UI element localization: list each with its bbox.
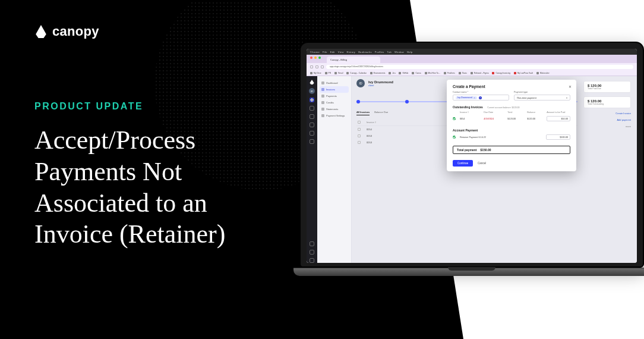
client-avatar-large: ID bbox=[356, 79, 365, 87]
bookmark-item[interactable]: GitHub bbox=[399, 72, 408, 74]
rail-icon[interactable] bbox=[310, 114, 314, 119]
more-link[interactable]: more bbox=[583, 125, 631, 128]
headline: Accept/Process Payments Not Associated t… bbox=[34, 125, 284, 250]
amount-to-pay-input[interactable]: $50.00 bbox=[547, 116, 570, 121]
client-type-link[interactable]: client bbox=[368, 84, 393, 87]
retainer-label: Retainer Payment 6.14.22 bbox=[460, 136, 504, 139]
logo-mark-icon bbox=[34, 25, 48, 38]
contact-chip[interactable]: Ivy Drummond✕ bbox=[456, 96, 477, 99]
tab-all-invoices[interactable]: All Invoices bbox=[356, 111, 370, 115]
forward-icon[interactable] bbox=[315, 65, 318, 68]
account-checked-icon[interactable] bbox=[453, 136, 456, 139]
close-icon[interactable]: ✕ bbox=[569, 84, 572, 89]
kicker-label: PRODUCT UPDATE bbox=[34, 101, 143, 112]
bookmark-item[interactable]: Oasis bbox=[459, 72, 467, 74]
main-area: ID Ivy Drummond client $ 120.00 Total Pa… bbox=[352, 76, 637, 263]
subnav-statements[interactable]: Statements bbox=[320, 106, 349, 112]
rail-icon[interactable] bbox=[310, 241, 314, 246]
bookmark-item[interactable]: My Drive bbox=[310, 72, 321, 74]
browser-tab[interactable]: Canopy - Billing bbox=[327, 56, 380, 63]
summary-card-paid: $ 120.00 Total Paid Due bbox=[583, 81, 631, 93]
payment-type-select[interactable]: One-time payment ▾ bbox=[514, 95, 570, 101]
client-name: Ivy Drummond bbox=[368, 80, 393, 84]
bookmark-item[interactable]: Canopy – Calendar bbox=[346, 72, 366, 74]
browser-toolbar: app-stage.canopy.ninja/#/client/20072928… bbox=[307, 63, 637, 70]
bookmark-item[interactable]: Jira bbox=[389, 72, 395, 74]
create-invoice-link[interactable]: Create Invoice bbox=[583, 112, 631, 115]
bookmark-item[interactable]: PR bbox=[325, 72, 331, 74]
invoice-row[interactable]: 0054 4/19/2024 $120.00 $120.00 $50.00 bbox=[453, 115, 570, 123]
add-payment-link[interactable]: Add payment bbox=[583, 118, 631, 121]
retainer-amount-input[interactable]: $100.00 bbox=[546, 134, 570, 140]
subnav-payment-settings[interactable]: Payment Settings bbox=[320, 112, 349, 119]
rail-icon[interactable] bbox=[310, 250, 314, 255]
bookmark-item[interactable]: Rebrand – Figma bbox=[471, 72, 489, 74]
bookmark-item[interactable]: Gmail bbox=[334, 72, 343, 74]
chevron-down-icon: ▾ bbox=[566, 96, 567, 99]
tab-balance-due[interactable]: Balance Due bbox=[374, 111, 388, 115]
client-avatar[interactable]: ID bbox=[309, 88, 315, 94]
bookmark-item[interactable]: Motion.dev bbox=[536, 72, 550, 74]
bookmark-item[interactable]: Canopy Invoicing bbox=[492, 72, 510, 74]
bookmark-item[interactable]: Feathers bbox=[444, 72, 455, 74]
bookmark-item[interactable]: Canva bbox=[412, 72, 421, 74]
account-payment-row: Retainer Payment 6.14.22 $100.00 bbox=[453, 133, 570, 141]
rail-icon[interactable] bbox=[310, 106, 314, 111]
traffic-max-icon[interactable] bbox=[318, 56, 321, 59]
brand-logo: canopy bbox=[34, 24, 99, 39]
continue-button[interactable]: Continue bbox=[453, 160, 473, 167]
mac-menubar: Chrome File Edit View History Bookmarks … bbox=[307, 49, 637, 55]
address-bar[interactable]: app-stage.canopy.ninja/#/client/20072928… bbox=[326, 65, 633, 69]
traffic-min-icon[interactable] bbox=[314, 56, 317, 59]
invoice-checked-icon[interactable] bbox=[453, 117, 456, 120]
reload-icon[interactable] bbox=[321, 65, 324, 68]
bookmarks-bar: My Drive PR Gmail Canopy – Calendar Envi… bbox=[307, 70, 637, 76]
subnav-dashboard[interactable]: Dashboard bbox=[320, 80, 349, 86]
subnav-invoices[interactable]: Invoices bbox=[320, 86, 349, 93]
create-payment-modal: Create a Payment ✕ Contact name * Ivy Dr… bbox=[447, 80, 576, 171]
total-payment-row: Total payment $150.00 bbox=[453, 146, 570, 154]
rail-icon[interactable] bbox=[310, 139, 314, 144]
bookmark-item[interactable]: My LastPass Vault bbox=[514, 72, 533, 74]
bookmark-item[interactable]: Mini Hive To… bbox=[425, 72, 441, 74]
subnav-payments[interactable]: Payments bbox=[320, 93, 349, 99]
contact-name-label: Contact name * bbox=[453, 91, 509, 93]
outstanding-section-title: Outstanding Invoices Current account bal… bbox=[453, 105, 570, 109]
app-logo-icon[interactable] bbox=[310, 80, 314, 84]
add-button[interactable] bbox=[310, 98, 314, 102]
header-checkbox[interactable] bbox=[358, 121, 361, 124]
outstanding-invoices-table: Invoice # Due Date Total Balance Amount … bbox=[453, 110, 570, 123]
laptop-mockup: Chrome File Edit View History Bookmarks … bbox=[293, 42, 644, 291]
rail-icon[interactable] bbox=[310, 258, 314, 263]
add-contact-button[interactable]: + bbox=[479, 96, 482, 99]
left-rail: ID bbox=[307, 76, 317, 263]
rail-icon[interactable] bbox=[310, 123, 314, 127]
account-payment-title: Account Payment bbox=[453, 128, 570, 132]
payment-type-label: Payment type bbox=[514, 91, 570, 93]
logo-text: canopy bbox=[52, 24, 99, 39]
browser-tab-strip: Canopy - Billing bbox=[307, 55, 637, 63]
modal-title: Create a Payment bbox=[453, 84, 570, 89]
browser-tab-title: Canopy - Billing bbox=[330, 58, 347, 61]
billing-subnav: Dashboard Invoices Payments Credits Stat… bbox=[317, 76, 352, 263]
back-icon[interactable] bbox=[310, 65, 313, 68]
rail-icon[interactable] bbox=[310, 131, 314, 136]
cancel-button[interactable]: Cancel bbox=[478, 162, 486, 165]
summary-card-outstanding: $ 120.00 Total Outstanding bbox=[583, 96, 631, 108]
subnav-credits[interactable]: Credits bbox=[320, 99, 349, 106]
bookmark-item[interactable]: Environments bbox=[370, 72, 386, 74]
traffic-close-icon[interactable] bbox=[310, 56, 312, 59]
contact-name-input[interactable]: Ivy Drummond✕ + bbox=[453, 95, 509, 101]
